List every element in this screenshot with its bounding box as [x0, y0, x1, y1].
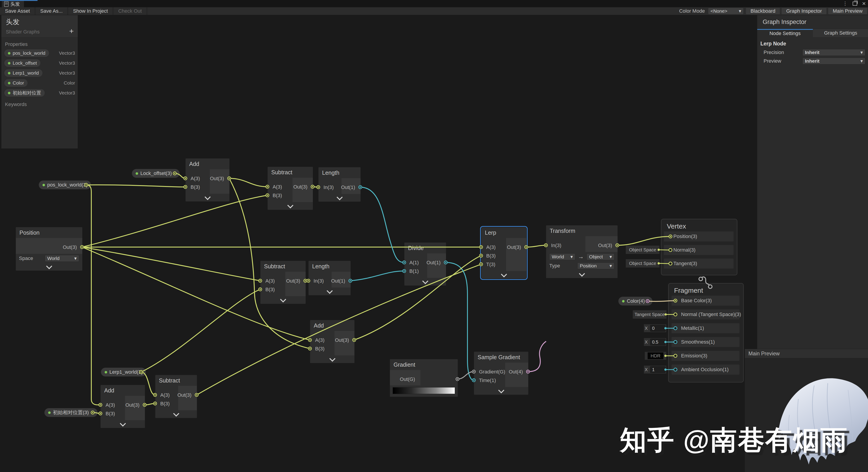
hdr-color-widget[interactable]: HDR — [645, 352, 666, 360]
block-port-row[interactable]: Smoothness(1) — [671, 337, 740, 347]
toggle-graph-inspector[interactable]: Graph Inspector — [782, 8, 827, 14]
graph-property-pill-color4[interactable]: Color(4) — [618, 296, 653, 306]
node-gradient[interactable]: GradientOut(G) — [390, 359, 458, 397]
space-dropdown[interactable]: World▾ — [45, 255, 79, 262]
window-restore-icon[interactable] — [852, 2, 857, 6]
collapse-strip[interactable] — [155, 410, 197, 418]
from-space-dropdown[interactable]: World▾ — [549, 253, 575, 260]
property-type: Vector3 — [59, 70, 75, 76]
graph-property-pill-pos-lock-world[interactable]: pos_lock_world(3) — [39, 180, 91, 189]
port-label: B(3) — [155, 400, 178, 408]
x-component-value[interactable]: 1 — [650, 366, 665, 373]
x-component-label: X — [645, 340, 648, 345]
property-dot — [8, 62, 10, 64]
type-dropdown[interactable]: Position▾ — [577, 262, 614, 269]
node-subtract-mid[interactable]: SubtractA(3)B(3)Out(3) — [260, 261, 306, 304]
node-subtract-top[interactable]: SubtractA(3)B(3)Out(3) — [268, 167, 313, 210]
toolbar-button-save-asset[interactable]: Save Asset — [0, 7, 35, 15]
tab-graph-settings[interactable]: Graph Settings — [813, 29, 868, 37]
hdr-swatch[interactable]: HDR — [648, 352, 663, 359]
node-length-mid[interactable]: LengthIn(3)Out(1) — [308, 261, 351, 295]
collapse-strip[interactable] — [268, 202, 313, 210]
node-add-mid[interactable]: AddA(3)B(3)Out(3) — [310, 320, 355, 363]
collapse-strip[interactable] — [310, 355, 354, 363]
window-menu-icon[interactable]: ⋮ — [843, 1, 848, 6]
property-pill-pos_lock_world[interactable]: pos_lock_world — [4, 49, 49, 57]
preview-dropdown[interactable]: Inherit▾ — [802, 58, 865, 64]
node-add-bottom[interactable]: AddA(3)B(3)Out(3) — [100, 385, 145, 428]
node-transform[interactable]: TransformIn(3)Out(3)World▾→Object▾TypePo… — [546, 225, 618, 278]
precision-dropdown[interactable]: Inherit▾ — [802, 49, 865, 56]
property-name: Lerp1_world — [13, 70, 39, 76]
tab-node-settings[interactable]: Node Settings — [757, 29, 813, 37]
node-body: A(3)B(3)Out(3) — [260, 272, 306, 296]
block-port-row[interactable]: Base Color(3) — [671, 295, 740, 306]
collapse-strip[interactable] — [309, 287, 350, 295]
to-space-dropdown[interactable]: Object▾ — [587, 253, 614, 260]
chevron-down-icon: ▾ — [74, 256, 76, 261]
property-pill-初始相对位置[interactable]: 初始相对位置 — [4, 89, 45, 97]
block-port-row[interactable]: Normal(3) — [664, 245, 734, 255]
toolbar-button-show-in-project[interactable]: Show In Project — [68, 7, 113, 15]
property-pill-Lerp1_world[interactable]: Lerp1_world — [4, 69, 43, 77]
block-port-row[interactable]: Normal (Tangent Space)(3) — [671, 309, 740, 320]
gradient-preview-bar[interactable] — [393, 387, 455, 394]
property-pill-Color[interactable]: Color — [4, 79, 28, 87]
dropdown-value: Position — [580, 263, 597, 269]
inputs-column: A(3)B(3) — [155, 386, 178, 410]
chevron-down-icon — [337, 194, 343, 200]
block-port-row[interactable]: Metallic(1) — [671, 323, 740, 334]
collapse-strip[interactable] — [404, 278, 446, 285]
toggle-blackboard[interactable]: Blackboard — [746, 8, 780, 14]
collapse-strip[interactable] — [16, 263, 82, 271]
collapse-strip[interactable] — [186, 194, 229, 201]
collapse-strip[interactable] — [101, 420, 145, 428]
window-close-icon[interactable]: × — [862, 0, 866, 7]
block-port-row[interactable]: Ambient Occlusion(1) — [671, 365, 740, 375]
add-property-button[interactable]: + — [69, 27, 74, 35]
chevron-down-icon — [422, 278, 428, 284]
x-component-value[interactable]: 0 — [650, 325, 665, 332]
shader-graph-file-icon — [4, 1, 8, 7]
shader-graph-tab[interactable]: 头发 — [2, 1, 24, 7]
default-value-widget[interactable]: X0 — [644, 324, 666, 332]
node-divide[interactable]: DivideA(1)B(1)Out(1) — [404, 242, 446, 286]
node-title: Divide — [404, 243, 446, 253]
node-lerp[interactable]: LerpA(3)B(3)T(3)Out(3) — [481, 227, 527, 279]
graph-property-pill-lock-offset[interactable]: Lock_offset(3) — [132, 169, 180, 178]
pill-label: Color(4) — [627, 298, 645, 304]
node-sample-gradient[interactable]: Sample GradientGradient(G)Time(1)Out(4) — [474, 351, 528, 395]
node-add-top[interactable]: AddA(3)B(3)Out(3) — [185, 158, 230, 202]
toolbar-button-save-as-[interactable]: Save As... — [35, 7, 68, 15]
graph-property-pill-initial-relative-position[interactable]: 初始相对位置(3) — [44, 408, 98, 417]
block-port-row[interactable]: Position(3) — [664, 231, 734, 242]
port-label: Out(3) — [285, 277, 306, 285]
graph-property-pill-lerp1-world[interactable]: Lerp1_world(3) — [101, 368, 146, 377]
default-value-widget[interactable]: X1 — [644, 366, 666, 374]
toggle-main-preview[interactable]: Main Preview — [828, 8, 867, 14]
collapse-strip[interactable] — [546, 270, 618, 278]
color-mode-dropdown[interactable]: <None> ▾ — [708, 8, 744, 14]
property-dot — [8, 92, 10, 94]
node-subtract-bottom[interactable]: SubtractA(3)B(3)Out(3) — [155, 375, 197, 418]
node-length-top[interactable]: LengthIn(3)Out(1) — [318, 167, 361, 202]
pill-label: Lerp1_world(3) — [110, 369, 143, 375]
node-position[interactable]: PositionOut(3)SpaceWorld▾ — [16, 227, 83, 271]
port-label: B(1) — [404, 267, 427, 276]
block-port-row[interactable]: Tangent(3) — [664, 258, 734, 269]
property-row: pos_lock_worldVector3 — [1, 48, 78, 58]
node-title: Add — [310, 320, 354, 331]
block-port-row[interactable]: Emission(3) — [671, 351, 740, 361]
vertex-block-title: Vertex — [661, 219, 737, 230]
main-preview-header[interactable]: Main Preview — [745, 349, 868, 358]
port-label: A(3) — [101, 401, 125, 409]
default-value-widget[interactable]: X0.5 — [644, 338, 666, 346]
collapse-strip[interactable] — [481, 271, 526, 279]
x-component-value[interactable]: 0.5 — [650, 339, 665, 345]
property-pill-Lock_offset[interactable]: Lock_offset — [4, 59, 41, 67]
graph-canvas[interactable]: AddA(3)B(3)Out(3)SubtractA(3)B(3)Out(3)L… — [0, 0, 868, 472]
collapse-strip[interactable] — [474, 387, 528, 395]
collapse-strip[interactable] — [260, 296, 306, 304]
outputs-column: Out(3) — [506, 238, 526, 271]
collapse-strip[interactable] — [318, 194, 361, 202]
